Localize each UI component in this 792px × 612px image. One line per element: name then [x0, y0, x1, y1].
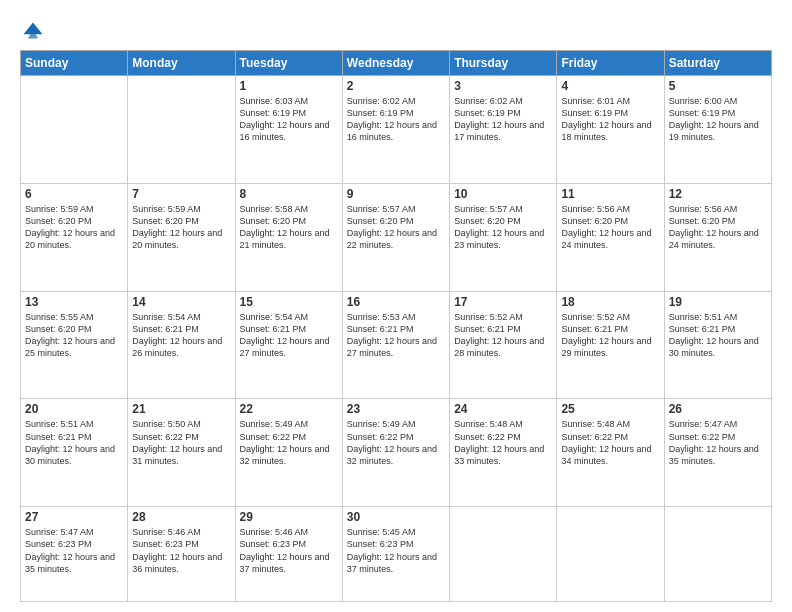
- calendar-cell: 28Sunrise: 5:46 AM Sunset: 6:23 PM Dayli…: [128, 507, 235, 602]
- day-info: Sunrise: 5:51 AM Sunset: 6:21 PM Dayligh…: [669, 311, 767, 360]
- calendar-week-row: 20Sunrise: 5:51 AM Sunset: 6:21 PM Dayli…: [21, 399, 772, 507]
- day-number: 16: [347, 295, 445, 309]
- day-info: Sunrise: 5:48 AM Sunset: 6:22 PM Dayligh…: [454, 418, 552, 467]
- day-number: 2: [347, 79, 445, 93]
- day-number: 26: [669, 402, 767, 416]
- day-info: Sunrise: 5:47 AM Sunset: 6:22 PM Dayligh…: [669, 418, 767, 467]
- day-number: 19: [669, 295, 767, 309]
- calendar-cell: 25Sunrise: 5:48 AM Sunset: 6:22 PM Dayli…: [557, 399, 664, 507]
- calendar-cell: 29Sunrise: 5:46 AM Sunset: 6:23 PM Dayli…: [235, 507, 342, 602]
- day-number: 8: [240, 187, 338, 201]
- calendar-header-wednesday: Wednesday: [342, 51, 449, 76]
- day-info: Sunrise: 5:49 AM Sunset: 6:22 PM Dayligh…: [240, 418, 338, 467]
- calendar-cell: 8Sunrise: 5:58 AM Sunset: 6:20 PM Daylig…: [235, 183, 342, 291]
- calendar-cell: 7Sunrise: 5:59 AM Sunset: 6:20 PM Daylig…: [128, 183, 235, 291]
- calendar-cell: 3Sunrise: 6:02 AM Sunset: 6:19 PM Daylig…: [450, 76, 557, 184]
- calendar-cell: 6Sunrise: 5:59 AM Sunset: 6:20 PM Daylig…: [21, 183, 128, 291]
- calendar-cell: 14Sunrise: 5:54 AM Sunset: 6:21 PM Dayli…: [128, 291, 235, 399]
- calendar-cell: 15Sunrise: 5:54 AM Sunset: 6:21 PM Dayli…: [235, 291, 342, 399]
- day-number: 7: [132, 187, 230, 201]
- day-info: Sunrise: 5:45 AM Sunset: 6:23 PM Dayligh…: [347, 526, 445, 575]
- day-info: Sunrise: 5:57 AM Sunset: 6:20 PM Dayligh…: [347, 203, 445, 252]
- page: SundayMondayTuesdayWednesdayThursdayFrid…: [0, 0, 792, 612]
- calendar-header-saturday: Saturday: [664, 51, 771, 76]
- logo-text: [20, 18, 44, 40]
- calendar-cell: 1Sunrise: 6:03 AM Sunset: 6:19 PM Daylig…: [235, 76, 342, 184]
- day-info: Sunrise: 6:01 AM Sunset: 6:19 PM Dayligh…: [561, 95, 659, 144]
- calendar-cell: [664, 507, 771, 602]
- day-info: Sunrise: 5:46 AM Sunset: 6:23 PM Dayligh…: [132, 526, 230, 575]
- day-info: Sunrise: 5:57 AM Sunset: 6:20 PM Dayligh…: [454, 203, 552, 252]
- day-number: 10: [454, 187, 552, 201]
- day-info: Sunrise: 6:03 AM Sunset: 6:19 PM Dayligh…: [240, 95, 338, 144]
- calendar-cell: 4Sunrise: 6:01 AM Sunset: 6:19 PM Daylig…: [557, 76, 664, 184]
- day-number: 14: [132, 295, 230, 309]
- calendar-cell: 10Sunrise: 5:57 AM Sunset: 6:20 PM Dayli…: [450, 183, 557, 291]
- calendar-header-tuesday: Tuesday: [235, 51, 342, 76]
- day-number: 17: [454, 295, 552, 309]
- calendar-cell: 12Sunrise: 5:56 AM Sunset: 6:20 PM Dayli…: [664, 183, 771, 291]
- calendar-cell: 5Sunrise: 6:00 AM Sunset: 6:19 PM Daylig…: [664, 76, 771, 184]
- day-info: Sunrise: 5:56 AM Sunset: 6:20 PM Dayligh…: [669, 203, 767, 252]
- day-number: 4: [561, 79, 659, 93]
- calendar-cell: 30Sunrise: 5:45 AM Sunset: 6:23 PM Dayli…: [342, 507, 449, 602]
- day-info: Sunrise: 5:46 AM Sunset: 6:23 PM Dayligh…: [240, 526, 338, 575]
- day-info: Sunrise: 5:59 AM Sunset: 6:20 PM Dayligh…: [132, 203, 230, 252]
- day-number: 5: [669, 79, 767, 93]
- day-number: 28: [132, 510, 230, 524]
- calendar-week-row: 13Sunrise: 5:55 AM Sunset: 6:20 PM Dayli…: [21, 291, 772, 399]
- day-number: 13: [25, 295, 123, 309]
- day-number: 6: [25, 187, 123, 201]
- calendar-cell: [21, 76, 128, 184]
- day-number: 11: [561, 187, 659, 201]
- day-info: Sunrise: 6:00 AM Sunset: 6:19 PM Dayligh…: [669, 95, 767, 144]
- calendar-cell: 20Sunrise: 5:51 AM Sunset: 6:21 PM Dayli…: [21, 399, 128, 507]
- day-info: Sunrise: 5:56 AM Sunset: 6:20 PM Dayligh…: [561, 203, 659, 252]
- day-info: Sunrise: 5:52 AM Sunset: 6:21 PM Dayligh…: [454, 311, 552, 360]
- calendar-cell: [450, 507, 557, 602]
- calendar-week-row: 27Sunrise: 5:47 AM Sunset: 6:23 PM Dayli…: [21, 507, 772, 602]
- calendar-cell: 18Sunrise: 5:52 AM Sunset: 6:21 PM Dayli…: [557, 291, 664, 399]
- day-number: 27: [25, 510, 123, 524]
- day-number: 15: [240, 295, 338, 309]
- day-number: 29: [240, 510, 338, 524]
- calendar-cell: 21Sunrise: 5:50 AM Sunset: 6:22 PM Dayli…: [128, 399, 235, 507]
- header: [20, 18, 772, 40]
- day-info: Sunrise: 6:02 AM Sunset: 6:19 PM Dayligh…: [454, 95, 552, 144]
- day-info: Sunrise: 5:55 AM Sunset: 6:20 PM Dayligh…: [25, 311, 123, 360]
- calendar-cell: 9Sunrise: 5:57 AM Sunset: 6:20 PM Daylig…: [342, 183, 449, 291]
- day-number: 22: [240, 402, 338, 416]
- day-info: Sunrise: 5:53 AM Sunset: 6:21 PM Dayligh…: [347, 311, 445, 360]
- day-info: Sunrise: 5:49 AM Sunset: 6:22 PM Dayligh…: [347, 418, 445, 467]
- calendar-cell: 16Sunrise: 5:53 AM Sunset: 6:21 PM Dayli…: [342, 291, 449, 399]
- calendar-cell: 22Sunrise: 5:49 AM Sunset: 6:22 PM Dayli…: [235, 399, 342, 507]
- calendar-header-row: SundayMondayTuesdayWednesdayThursdayFrid…: [21, 51, 772, 76]
- day-number: 1: [240, 79, 338, 93]
- calendar-cell: 24Sunrise: 5:48 AM Sunset: 6:22 PM Dayli…: [450, 399, 557, 507]
- day-number: 23: [347, 402, 445, 416]
- day-info: Sunrise: 5:58 AM Sunset: 6:20 PM Dayligh…: [240, 203, 338, 252]
- day-number: 20: [25, 402, 123, 416]
- day-info: Sunrise: 5:47 AM Sunset: 6:23 PM Dayligh…: [25, 526, 123, 575]
- day-number: 25: [561, 402, 659, 416]
- calendar-header-sunday: Sunday: [21, 51, 128, 76]
- day-info: Sunrise: 5:50 AM Sunset: 6:22 PM Dayligh…: [132, 418, 230, 467]
- day-info: Sunrise: 5:51 AM Sunset: 6:21 PM Dayligh…: [25, 418, 123, 467]
- day-info: Sunrise: 5:48 AM Sunset: 6:22 PM Dayligh…: [561, 418, 659, 467]
- logo-icon: [22, 18, 44, 40]
- calendar-week-row: 6Sunrise: 5:59 AM Sunset: 6:20 PM Daylig…: [21, 183, 772, 291]
- calendar-cell: [557, 507, 664, 602]
- day-number: 21: [132, 402, 230, 416]
- calendar-cell: [128, 76, 235, 184]
- calendar-cell: 17Sunrise: 5:52 AM Sunset: 6:21 PM Dayli…: [450, 291, 557, 399]
- day-number: 30: [347, 510, 445, 524]
- calendar-cell: 2Sunrise: 6:02 AM Sunset: 6:19 PM Daylig…: [342, 76, 449, 184]
- calendar-week-row: 1Sunrise: 6:03 AM Sunset: 6:19 PM Daylig…: [21, 76, 772, 184]
- day-info: Sunrise: 5:54 AM Sunset: 6:21 PM Dayligh…: [132, 311, 230, 360]
- calendar-cell: 19Sunrise: 5:51 AM Sunset: 6:21 PM Dayli…: [664, 291, 771, 399]
- day-info: Sunrise: 5:54 AM Sunset: 6:21 PM Dayligh…: [240, 311, 338, 360]
- calendar-header-thursday: Thursday: [450, 51, 557, 76]
- calendar-header-friday: Friday: [557, 51, 664, 76]
- day-number: 9: [347, 187, 445, 201]
- day-number: 18: [561, 295, 659, 309]
